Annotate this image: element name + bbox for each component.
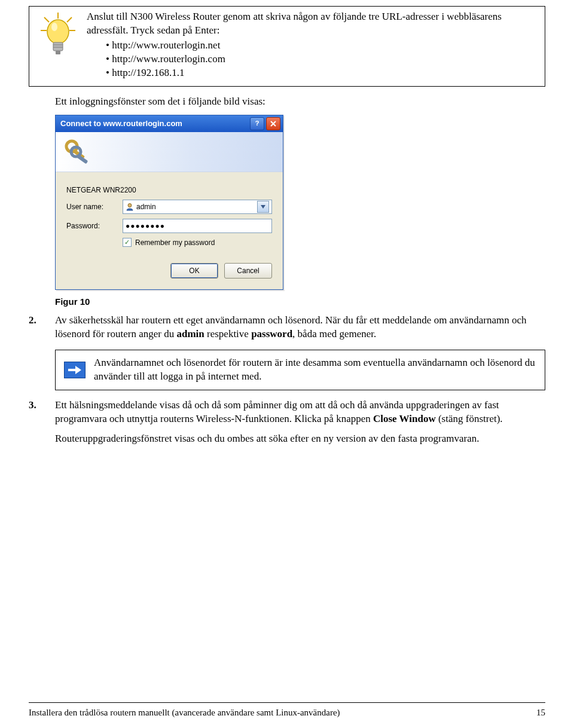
username-input[interactable]: admin xyxy=(123,200,272,214)
page-number: 15 xyxy=(536,706,545,718)
tip-url-2: http://www.routerlogin.com xyxy=(106,53,538,66)
step-3-close-window: Close Window xyxy=(373,413,436,424)
tip-icon-cell xyxy=(32,9,84,81)
dialog-titlebar: Connect to www.routerlogin.com ? xyxy=(56,115,283,132)
remember-label: Remember my password xyxy=(135,238,215,247)
svg-line-1 xyxy=(44,17,49,22)
server-label: NETGEAR WNR2200 xyxy=(66,185,136,195)
keys-icon xyxy=(63,137,91,166)
help-button[interactable]: ? xyxy=(250,117,264,130)
server-row: NETGEAR WNR2200 xyxy=(66,185,272,195)
page-footer: Installera den trådlösa routern manuellt… xyxy=(29,702,545,718)
step-2-text-c: respektive xyxy=(204,328,251,339)
svg-line-2 xyxy=(67,17,72,22)
note-icon-cell xyxy=(59,354,90,386)
tip-intro: Anslut till N300 Wireless Router genom a… xyxy=(87,10,538,38)
username-value: admin xyxy=(136,202,156,212)
step-2-number: 2. xyxy=(29,314,55,341)
svg-point-6 xyxy=(51,23,57,31)
ok-button[interactable]: OK xyxy=(170,263,218,279)
tip-url-list: http://www.routerlogin.net http://www.ro… xyxy=(106,39,538,80)
step-2: 2. Av säkerhetsskäl har routern ett eget… xyxy=(29,314,545,341)
figure-caption: Figur 10 xyxy=(55,296,545,308)
password-label: Password: xyxy=(66,221,123,231)
dialog-body: NETGEAR WNR2200 User name: admin xyxy=(56,132,283,289)
dialog-title: Connect to www.routerlogin.com xyxy=(60,118,250,129)
step-3-body: Ett hälsningsmeddelande visas då och då … xyxy=(55,399,545,446)
svg-point-15 xyxy=(128,203,132,207)
remember-checkbox-row[interactable]: ✓ Remember my password xyxy=(123,238,272,247)
login-dialog: Connect to www.routerlogin.com ? NETG xyxy=(55,115,283,290)
after-tip-text: Ett inloggningsfönster som det i följand… xyxy=(55,95,545,109)
user-icon xyxy=(126,203,134,211)
svg-rect-7 xyxy=(53,42,63,51)
step-2-body: Av säkerhetsskäl har routern ett eget an… xyxy=(55,314,545,341)
username-dropdown-button[interactable] xyxy=(257,201,269,213)
password-value: ●●●●●●●● xyxy=(126,221,165,231)
step-3-para-2: Routeruppgraderingsfönstret visas och du… xyxy=(55,432,545,446)
tip-url-1: http://www.routerlogin.net xyxy=(106,39,538,53)
step-2-admin: admin xyxy=(176,328,204,339)
svg-point-5 xyxy=(47,20,69,44)
username-label: User name: xyxy=(66,202,123,212)
step-3: 3. Ett hälsningsmeddelande visas då och … xyxy=(29,399,545,446)
svg-rect-10 xyxy=(56,51,60,54)
dialog-banner xyxy=(56,132,283,172)
close-button[interactable] xyxy=(266,117,280,130)
step-2-password: password xyxy=(251,328,292,339)
note-text: Användarnamnet och lösenordet för router… xyxy=(90,354,541,386)
cancel-button[interactable]: Cancel xyxy=(224,263,272,279)
arrow-icon xyxy=(64,362,86,378)
lightbulb-icon xyxy=(37,11,79,59)
tip-text: Anslut till N300 Wireless Router genom a… xyxy=(84,9,540,81)
tip-box: Anslut till N300 Wireless Router genom a… xyxy=(29,6,545,87)
step-3-number: 3. xyxy=(29,399,55,446)
step-2-text-e: , båda med gemener. xyxy=(292,328,376,339)
tip-url-3: http://192.168.1.1 xyxy=(106,66,538,80)
step-3-text-c: (stäng fönstret). xyxy=(436,413,503,424)
checkbox-icon[interactable]: ✓ xyxy=(123,238,132,247)
note-box: Användarnamnet och lösenordet för router… xyxy=(55,350,545,390)
footer-text: Installera den trådlösa routern manuellt… xyxy=(29,706,340,718)
password-input[interactable]: ●●●●●●●● xyxy=(123,219,272,233)
